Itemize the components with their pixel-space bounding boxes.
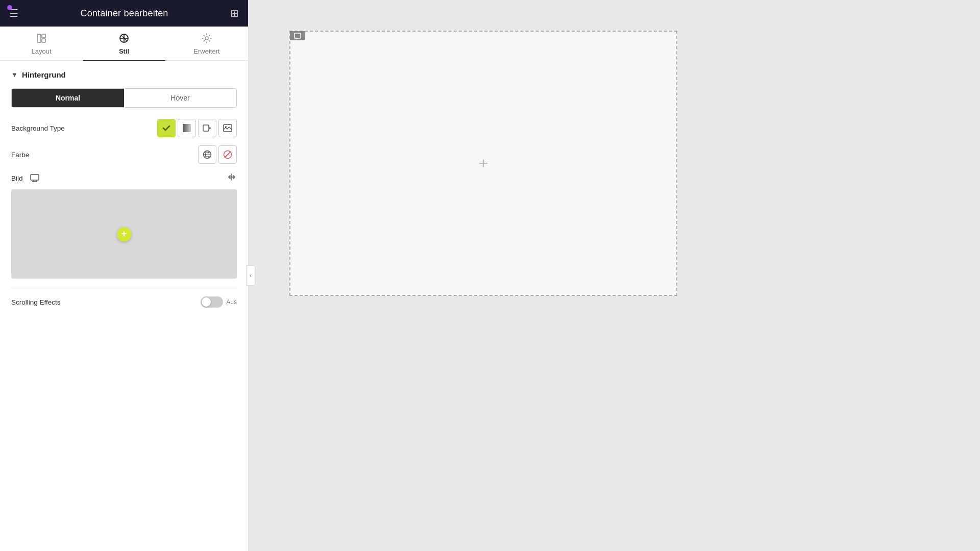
- svg-line-16: [225, 152, 231, 158]
- container-label: [290, 31, 305, 40]
- switch-track[interactable]: [201, 296, 223, 308]
- svg-rect-1: [42, 34, 45, 38]
- tab-layout[interactable]: Layout: [0, 27, 83, 60]
- farbe-none-button[interactable]: [218, 145, 237, 164]
- svg-rect-5: [183, 124, 191, 132]
- svg-rect-21: [295, 33, 301, 38]
- page-title: Container bearbeiten: [80, 8, 168, 19]
- background-type-label: Background Type: [11, 124, 65, 132]
- container-box[interactable]: +: [289, 31, 677, 296]
- farbe-label: Farbe: [11, 151, 29, 159]
- normal-hover-toggle: Normal Hover: [11, 88, 237, 108]
- svg-rect-2: [42, 39, 45, 42]
- panel-collapse-arrow[interactable]: ‹: [246, 265, 255, 286]
- header-dot: [7, 5, 12, 10]
- switch-thumb: [202, 297, 211, 307]
- tabs-row: Layout Stil Erweitert: [0, 27, 248, 61]
- tab-stil[interactable]: Stil: [83, 27, 165, 60]
- svg-rect-6: [203, 125, 209, 131]
- svg-point-9: [225, 126, 227, 128]
- left-panel: ☰ Container bearbeiten ⊞ Layout: [0, 0, 249, 551]
- canvas-area: +: [249, 0, 980, 551]
- panel-header: ☰ Container bearbeiten ⊞: [0, 0, 248, 27]
- farbe-global-button[interactable]: [198, 145, 216, 164]
- tab-erweitert[interactable]: Erweitert: [165, 27, 248, 60]
- add-widget-button[interactable]: +: [479, 154, 488, 173]
- section-header: ▼ Hintergrund: [11, 70, 237, 79]
- bild-label: Bild: [11, 174, 23, 182]
- tab-erweitert-label: Erweitert: [193, 47, 219, 55]
- section-collapse-arrow[interactable]: ▼: [11, 71, 18, 79]
- divider: [11, 288, 237, 288]
- container-box-icon: [294, 33, 301, 39]
- bild-monitor-icon: [30, 174, 39, 182]
- bild-row: Bild: [11, 172, 237, 184]
- erweitert-icon: [201, 33, 212, 45]
- normal-button[interactable]: Normal: [12, 89, 124, 107]
- farbe-icons: [198, 145, 237, 164]
- bg-type-image-button[interactable]: [218, 119, 237, 137]
- switch-off-label: Aus: [226, 298, 237, 306]
- layout-icon: [36, 33, 47, 45]
- farbe-row: Farbe: [11, 145, 237, 164]
- bg-type-video-button[interactable]: [198, 119, 216, 137]
- bg-type-color-button[interactable]: [157, 119, 176, 137]
- stil-icon: [118, 33, 130, 45]
- svg-point-4: [205, 37, 208, 40]
- bild-responsive-icon[interactable]: [227, 172, 237, 184]
- hover-button[interactable]: Hover: [124, 89, 236, 107]
- svg-rect-17: [31, 174, 39, 180]
- scrolling-toggle[interactable]: Aus: [201, 296, 237, 308]
- svg-rect-0: [37, 34, 41, 42]
- scrolling-label: Scrolling Effects: [11, 298, 61, 306]
- upload-plus-icon: +: [117, 227, 131, 241]
- bg-type-gradient-button[interactable]: [178, 119, 196, 137]
- tab-stil-label: Stil: [119, 47, 129, 55]
- grid-icon[interactable]: ⊞: [230, 7, 239, 19]
- scrolling-row: Scrolling Effects Aus: [11, 296, 237, 308]
- image-upload-area[interactable]: +: [11, 189, 237, 279]
- background-type-icons: [157, 119, 237, 137]
- panel-content: ▼ Hintergrund Normal Hover Background Ty…: [0, 61, 248, 551]
- background-type-row: Background Type: [11, 119, 237, 137]
- svg-marker-7: [209, 127, 211, 129]
- section-title: Hintergrund: [22, 70, 66, 79]
- tab-layout-label: Layout: [31, 47, 51, 55]
